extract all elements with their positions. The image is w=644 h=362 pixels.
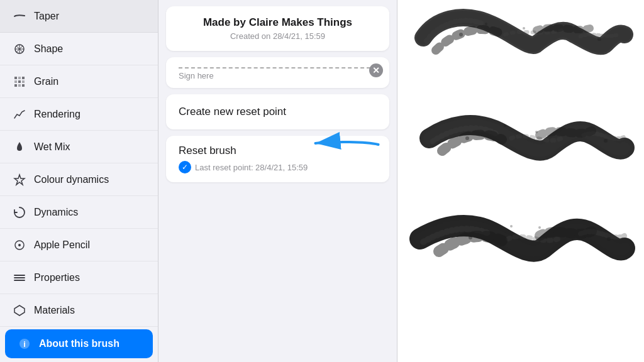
properties-label: Properties bbox=[34, 272, 80, 283]
svg-rect-7 bbox=[14, 84, 17, 87]
taper-icon bbox=[11, 10, 28, 23]
sidebar: Taper Shape Grain bbox=[0, 0, 158, 362]
svg-rect-3 bbox=[22, 77, 25, 79]
svg-point-30 bbox=[510, 225, 513, 228]
svg-rect-2 bbox=[18, 77, 21, 79]
sidebar-item-rendering[interactable]: Rendering bbox=[0, 98, 158, 131]
properties-icon bbox=[11, 272, 28, 284]
rendering-label: Rendering bbox=[34, 109, 80, 120]
about-brush-label: About this brush bbox=[39, 338, 119, 349]
about-brush-icon: i bbox=[16, 337, 33, 350]
svg-point-19 bbox=[459, 33, 463, 36]
dynamics-label: Dynamics bbox=[34, 207, 78, 218]
svg-rect-6 bbox=[22, 80, 25, 83]
svg-marker-15 bbox=[14, 305, 25, 315]
sidebar-item-taper[interactable]: Taper bbox=[0, 0, 158, 33]
create-reset-card[interactable]: Create new reset point bbox=[166, 94, 389, 129]
sidebar-item-dynamics[interactable]: Dynamics bbox=[0, 196, 158, 229]
svg-rect-4 bbox=[14, 80, 17, 83]
reset-info: ✓ Last reset point: 28/4/21, 15:59 bbox=[179, 161, 377, 173]
sidebar-item-grain[interactable]: Grain bbox=[0, 65, 158, 98]
check-icon: ✓ bbox=[179, 161, 191, 173]
grain-label: Grain bbox=[34, 76, 58, 87]
reset-brush-title: Reset brush bbox=[179, 145, 377, 157]
apple-pencil-label: Apple Pencil bbox=[34, 239, 90, 251]
close-sign-button[interactable]: ✕ bbox=[369, 63, 383, 77]
brush-created: Created on 28/4/21, 15:59 bbox=[179, 31, 377, 41]
content-area: Made by Claire Makes Things Created on 2… bbox=[158, 0, 644, 362]
svg-text:i: i bbox=[23, 339, 26, 349]
sidebar-item-materials[interactable]: Materials bbox=[0, 294, 158, 327]
shape-icon bbox=[11, 43, 28, 55]
svg-rect-9 bbox=[22, 84, 25, 87]
colour-dynamics-icon bbox=[11, 173, 28, 186]
svg-point-11 bbox=[18, 244, 21, 246]
last-reset-label: Last reset point: 28/4/21, 15:59 bbox=[195, 163, 308, 172]
rendering-icon bbox=[11, 108, 28, 121]
materials-label: Materials bbox=[34, 305, 75, 316]
svg-point-22 bbox=[485, 23, 487, 25]
brush-strokes-svg bbox=[397, 0, 644, 362]
apple-pencil-icon bbox=[11, 239, 28, 251]
svg-point-26 bbox=[504, 124, 506, 127]
wet-mix-label: Wet Mix bbox=[34, 141, 70, 153]
svg-point-27 bbox=[469, 236, 472, 239]
materials-icon bbox=[11, 304, 28, 317]
brush-info-card: Made by Claire Makes Things Created on 2… bbox=[166, 6, 389, 51]
reset-brush-card[interactable]: Reset brush ✓ Last reset point: 28/4/21,… bbox=[166, 136, 389, 182]
sidebar-item-colour-dynamics[interactable]: Colour dynamics bbox=[0, 163, 158, 196]
svg-rect-1 bbox=[14, 77, 17, 79]
sign-here-label: Sign here bbox=[179, 71, 377, 80]
sign-here-card: ✕ Sign here bbox=[166, 57, 389, 88]
sidebar-item-about-brush[interactable]: i About this brush bbox=[5, 329, 153, 358]
grain-icon bbox=[11, 75, 28, 88]
svg-point-25 bbox=[604, 139, 608, 143]
svg-point-24 bbox=[535, 131, 538, 133]
svg-point-21 bbox=[597, 37, 601, 41]
taper-label: Taper bbox=[34, 11, 59, 22]
preview-area bbox=[397, 0, 644, 362]
sign-line bbox=[179, 67, 377, 69]
brush-title: Made by Claire Makes Things bbox=[179, 16, 377, 29]
svg-point-28 bbox=[538, 226, 541, 229]
svg-rect-5 bbox=[18, 80, 21, 83]
shape-label: Shape bbox=[34, 43, 63, 55]
wet-mix-icon bbox=[11, 141, 28, 153]
sidebar-item-properties[interactable]: Properties bbox=[0, 261, 158, 294]
sidebar-item-apple-pencil[interactable]: Apple Pencil bbox=[0, 229, 158, 261]
center-panel: Made by Claire Makes Things Created on 2… bbox=[158, 0, 397, 362]
sign-here-area: ✕ Sign here bbox=[166, 57, 389, 88]
svg-rect-8 bbox=[18, 84, 21, 87]
svg-point-20 bbox=[523, 27, 525, 30]
dynamics-icon bbox=[11, 206, 28, 219]
svg-point-23 bbox=[465, 136, 469, 140]
create-reset-label: Create new reset point bbox=[179, 106, 377, 118]
sidebar-item-wet-mix[interactable]: Wet Mix bbox=[0, 131, 158, 163]
sidebar-item-shape[interactable]: Shape bbox=[0, 33, 158, 65]
colour-dynamics-label: Colour dynamics bbox=[34, 174, 109, 185]
svg-point-29 bbox=[607, 237, 611, 241]
